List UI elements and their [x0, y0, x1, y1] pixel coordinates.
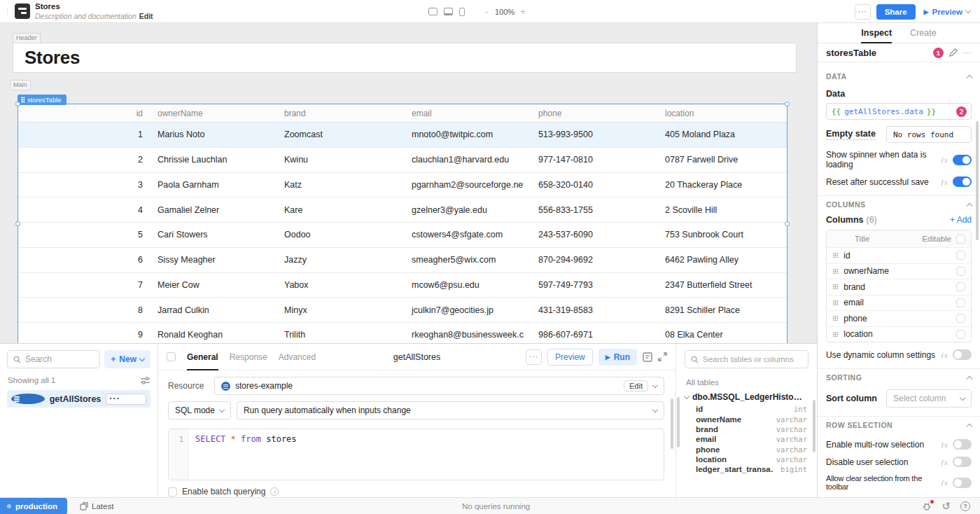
column-settings-row[interactable]: ⊞ brand: [827, 279, 971, 295]
desktop-view-icon[interactable]: [428, 8, 438, 15]
laptop-view-icon[interactable]: [444, 8, 453, 15]
resize-handle[interactable]: [785, 221, 790, 226]
inspector-scrollbar[interactable]: [976, 121, 979, 240]
canvas[interactable]: Header Stores Main storesTable idownerNa…: [0, 23, 817, 343]
column-header[interactable]: brand: [270, 109, 397, 118]
resize-handle[interactable]: [15, 221, 20, 226]
history-icon[interactable]: ↺: [941, 500, 951, 513]
fx-icon[interactable]: ƒx: [941, 478, 948, 487]
tab-advanced[interactable]: Advanced: [279, 344, 316, 370]
spinner-toggle[interactable]: [953, 155, 972, 165]
new-query-button[interactable]: +New: [104, 350, 150, 368]
fx-icon[interactable]: ƒx: [941, 178, 948, 186]
sort-column-select[interactable]: Select column: [886, 389, 972, 408]
schema-scrollbar-left[interactable]: [677, 397, 680, 447]
sorting-section-header[interactable]: SORTING: [826, 373, 972, 382]
schema-field-row[interactable]: ownerName varchar: [685, 414, 808, 424]
column-settings-row[interactable]: ⊞ email: [827, 295, 971, 311]
edit-description-link[interactable]: Edit: [139, 12, 153, 20]
editable-checkbox[interactable]: [956, 251, 965, 260]
fx-icon[interactable]: ƒx: [941, 155, 948, 164]
columns-section-header[interactable]: COLUMNS: [826, 200, 972, 209]
share-button[interactable]: Share: [876, 4, 916, 20]
filter-icon[interactable]: [141, 377, 150, 384]
component-more-button[interactable]: ···: [962, 49, 972, 57]
column-header[interactable]: phone: [524, 109, 650, 118]
schema-search-input[interactable]: Search tables or columns: [685, 350, 808, 368]
empty-state-input[interactable]: No rows found: [886, 126, 972, 143]
data-value-input[interactable]: {{getAllStores.data}} 2: [826, 103, 972, 120]
table-row[interactable]: 8 Jarrad Culkin Minyx jculkin7@geocities…: [18, 298, 787, 323]
row-selection-section-header[interactable]: ROW SELECTION: [826, 421, 972, 429]
data-section-header[interactable]: DATA: [826, 72, 972, 81]
edit-icon[interactable]: [948, 48, 958, 57]
schema-table-row[interactable]: dbo.MSSQL_LedgerHistoryFor_15…: [685, 392, 808, 402]
preview-button[interactable]: ▶Preview: [921, 4, 973, 20]
query-search-input[interactable]: Search: [7, 350, 100, 368]
fx-icon[interactable]: ƒx: [941, 351, 948, 359]
dynamic-columns-toggle[interactable]: [953, 349, 972, 360]
schema-field-row[interactable]: phone varchar: [685, 445, 808, 454]
schema-field-row[interactable]: email varchar: [685, 434, 808, 444]
query-list-item-getallstores[interactable]: getAllStores ···: [7, 390, 150, 408]
query-run-button[interactable]: ▶Run: [598, 349, 637, 366]
disable-selection-toggle[interactable]: [953, 457, 972, 467]
query-library-icon[interactable]: [643, 352, 652, 362]
main-frame-tag[interactable]: Main: [10, 80, 31, 90]
tab-create[interactable]: Create: [910, 23, 937, 43]
table-row[interactable]: 2 Chrissie Lauchlan Kwinu clauchlan1@har…: [18, 148, 787, 173]
expand-icon[interactable]: [658, 352, 667, 361]
schema-field-row[interactable]: id int: [685, 404, 808, 414]
editable-all-checkbox[interactable]: [956, 235, 965, 244]
column-header[interactable]: ownerName: [143, 109, 270, 118]
resource-edit-button[interactable]: Edit: [624, 380, 648, 391]
editable-checkbox[interactable]: [956, 298, 965, 307]
run-behavior-select[interactable]: Run query automatically when inputs chan…: [237, 401, 664, 419]
debug-tools-icon[interactable]: [922, 501, 932, 511]
header-frame-tag[interactable]: Header: [13, 33, 41, 43]
column-header[interactable]: email: [397, 109, 524, 118]
issue-badge[interactable]: 1: [933, 48, 944, 58]
column-header[interactable]: id: [18, 109, 143, 118]
environment-selector[interactable]: production: [0, 498, 67, 514]
schema-field-row[interactable]: ledger_start_transa… bigint: [685, 464, 808, 474]
add-column-button[interactable]: + Add: [950, 215, 972, 225]
table-row[interactable]: 4 Gamaliel Zelner Kare gzelner3@yale.edu…: [18, 197, 787, 223]
query-item-more-button[interactable]: ···: [106, 394, 146, 405]
page-header-component[interactable]: Stores: [13, 43, 797, 73]
column-settings-row[interactable]: ⊞ phone: [827, 310, 971, 326]
allow-clear-toggle[interactable]: [953, 478, 972, 488]
info-icon[interactable]: i: [270, 487, 279, 496]
editable-checkbox[interactable]: [956, 330, 965, 339]
editable-checkbox[interactable]: [956, 267, 965, 276]
editable-checkbox[interactable]: [956, 282, 965, 291]
table-row[interactable]: 3 Paola Garnham Katz pgarnham2@sourcefor…: [18, 173, 787, 198]
editable-checkbox[interactable]: [956, 314, 965, 323]
schema-field-row[interactable]: location varchar: [685, 454, 808, 464]
preview-dropdown-icon[interactable]: [965, 8, 971, 13]
component-tag[interactable]: storesTable: [18, 95, 66, 105]
tab-inspect[interactable]: Inspect: [861, 23, 892, 43]
editor-checkbox-icon[interactable]: [167, 352, 176, 361]
tab-general[interactable]: General: [187, 344, 218, 370]
drag-handle-icon[interactable]: ⋮: [4, 8, 10, 15]
schema-field-row[interactable]: brand varchar: [685, 424, 808, 434]
editor-more-button[interactable]: ···: [526, 349, 542, 365]
query-preview-button[interactable]: Preview: [547, 349, 593, 366]
multi-row-toggle[interactable]: [953, 439, 972, 450]
resize-handle[interactable]: [15, 102, 20, 106]
mobile-view-icon[interactable]: [459, 8, 465, 16]
tab-response[interactable]: Response: [230, 344, 267, 370]
column-header[interactable]: location: [650, 109, 787, 118]
topbar-more-button[interactable]: ···: [855, 4, 871, 20]
stores-table-component[interactable]: storesTable idownerNamebrandemailphonelo…: [18, 104, 788, 343]
table-row[interactable]: 6 Sissy Meagher Jazzy smeagher5@wix.com …: [18, 248, 787, 273]
table-row[interactable]: 5 Cari Stowers Oodoo cstowers4@sfgate.co…: [18, 223, 787, 248]
column-settings-row[interactable]: ⊞ location: [827, 326, 971, 342]
zoom-out-button[interactable]: -: [481, 6, 492, 18]
column-settings-row[interactable]: ⊞ id: [827, 247, 971, 263]
sql-editor[interactable]: 1 SELECT * from stores: [168, 429, 664, 480]
table-row[interactable]: 9 Ronald Keoghan Trilith rkeoghan8@busin…: [18, 323, 787, 343]
version-selector[interactable]: Latest: [80, 502, 113, 510]
query-mode-select[interactable]: SQL mode: [168, 401, 231, 419]
